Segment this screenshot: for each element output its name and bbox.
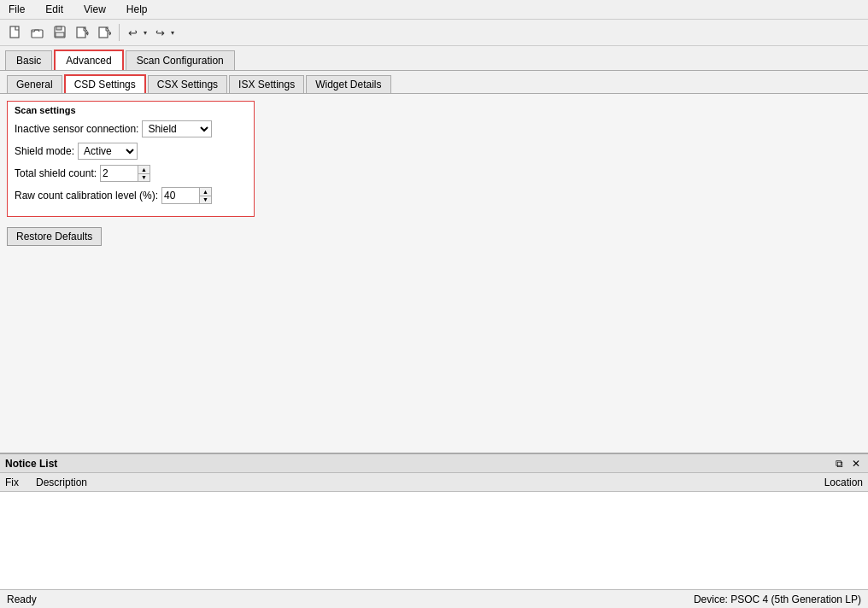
svg-rect-4 — [56, 32, 64, 37]
status-bar: Ready Device: PSOC 4 (5th Generation LP) — [0, 589, 868, 608]
import-button[interactable] — [94, 22, 114, 43]
sub-tabs: General CSD Settings CSX Settings ISX Se… — [0, 71, 868, 94]
notice-col-fix: Fix — [5, 476, 19, 488]
open-button[interactable] — [27, 22, 48, 43]
notice-header-buttons: ⧉ ✕ — [832, 457, 863, 471]
total-shield-label: Total shield count: — [15, 167, 97, 179]
raw-cal-buttons: ▲ ▼ — [200, 187, 212, 204]
raw-cal-spinbox: ▲ ▼ — [161, 187, 212, 204]
status-text: Ready — [7, 593, 37, 605]
save-button[interactable] — [50, 22, 70, 43]
restore-defaults-button[interactable]: Restore Defaults — [7, 227, 102, 246]
menu-bar: File Edit View Help — [0, 0, 868, 20]
svg-rect-0 — [10, 26, 19, 38]
svg-rect-1 — [32, 30, 43, 38]
sub-tab-widget-details[interactable]: Widget Details — [306, 75, 390, 93]
total-shield-input[interactable] — [100, 165, 138, 182]
main-tabs: Basic Advanced Scan Configuration — [0, 46, 868, 71]
shield-mode-select[interactable]: Active Passive — [78, 143, 138, 160]
menu-file[interactable]: File — [3, 2, 30, 17]
raw-cal-label: Raw count calibration level (%): — [15, 190, 158, 202]
sub-tab-csx-settings[interactable]: CSX Settings — [148, 75, 227, 93]
tab-basic[interactable]: Basic — [5, 50, 52, 70]
redo-arrow-button[interactable]: ▾ — [168, 22, 177, 43]
group-title: Scan settings — [15, 105, 247, 115]
menu-edit[interactable]: Edit — [40, 2, 68, 17]
inactive-sensor-row: Inactive sensor connection: Shield Groun… — [15, 120, 247, 137]
raw-cal-down[interactable]: ▼ — [200, 196, 211, 204]
content-area: General CSD Settings CSX Settings ISX Se… — [0, 71, 868, 453]
notice-close-button[interactable]: ✕ — [849, 457, 863, 471]
notice-restore-button[interactable]: ⧉ — [832, 457, 846, 471]
scan-settings-group: Scan settings Inactive sensor connection… — [7, 101, 255, 217]
new-button[interactable] — [5, 22, 26, 43]
notice-content — [0, 492, 868, 589]
shield-mode-row: Shield mode: Active Passive — [15, 143, 247, 160]
tab-advanced[interactable]: Advanced — [54, 50, 123, 70]
raw-cal-up[interactable]: ▲ — [200, 188, 211, 196]
export-button[interactable] — [72, 22, 92, 43]
notice-col-location: Location — [824, 476, 863, 488]
inactive-sensor-label: Inactive sensor connection: — [15, 123, 138, 135]
menu-view[interactable]: View — [79, 2, 111, 17]
total-shield-buttons: ▲ ▼ — [138, 165, 150, 182]
notice-col-description: Description — [36, 476, 87, 488]
status-device: Device: PSOC 4 (5th Generation LP) — [694, 593, 861, 605]
sub-tab-csd-settings[interactable]: CSD Settings — [64, 74, 146, 93]
total-shield-down[interactable]: ▼ — [138, 174, 150, 182]
notice-title: Notice List — [5, 458, 57, 470]
tab-scan-configuration[interactable]: Scan Configuration — [126, 50, 235, 70]
notice-list: Notice List ⧉ ✕ Fix Description Location — [0, 453, 868, 589]
toolbar: ↩ ▾ ↪ ▾ — [0, 20, 868, 46]
notice-columns: Fix Description Location — [0, 473, 868, 492]
redo-button[interactable]: ↪ — [151, 22, 168, 43]
sub-tab-isx-settings[interactable]: ISX Settings — [229, 75, 304, 93]
sub-tab-general[interactable]: General — [7, 75, 62, 93]
notice-header: Notice List ⧉ ✕ — [0, 454, 868, 473]
raw-cal-input[interactable] — [161, 187, 200, 204]
undo-arrow-button[interactable]: ▾ — [141, 22, 150, 43]
total-shield-spinbox: ▲ ▼ — [100, 165, 150, 182]
undo-button[interactable]: ↩ — [124, 22, 141, 43]
svg-rect-3 — [56, 26, 62, 30]
total-shield-row: Total shield count: ▲ ▼ — [15, 165, 247, 182]
tab-panel-csd: Scan settings Inactive sensor connection… — [0, 94, 868, 453]
total-shield-up[interactable]: ▲ — [138, 166, 150, 174]
shield-mode-label: Shield mode: — [15, 145, 74, 157]
raw-cal-row: Raw count calibration level (%): ▲ ▼ — [15, 187, 247, 204]
undo-group: ↩ ▾ — [124, 22, 150, 43]
menu-help[interactable]: Help — [121, 2, 153, 17]
redo-group: ↪ ▾ — [151, 22, 177, 43]
toolbar-separator — [119, 24, 120, 41]
inactive-sensor-select[interactable]: Shield Ground HighZ Last Value — [142, 120, 212, 137]
